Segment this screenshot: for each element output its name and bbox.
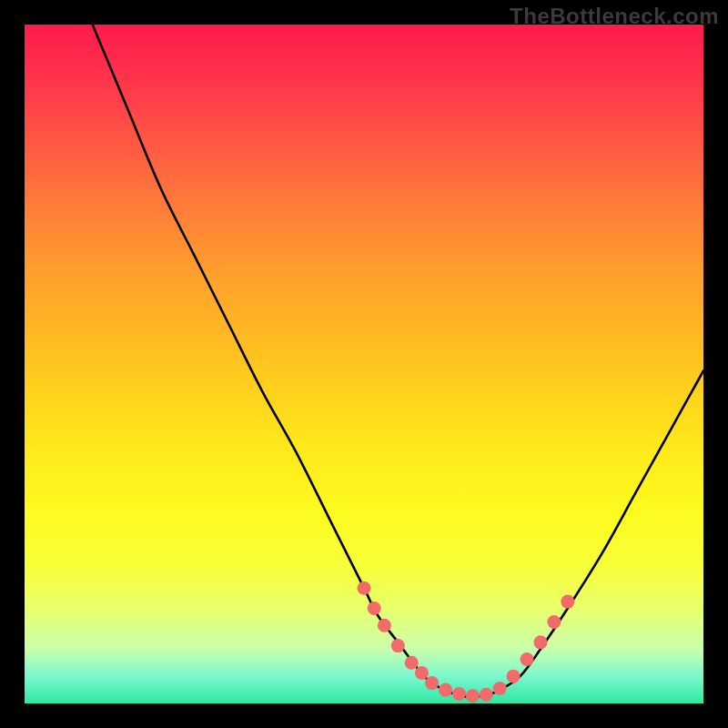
marker-dot — [425, 676, 439, 690]
marker-dot — [561, 595, 574, 609]
marker-dot — [480, 688, 493, 702]
marker-dot — [368, 602, 381, 615]
marker-dot — [439, 683, 452, 697]
marker-dot — [452, 687, 466, 701]
marker-dot — [466, 689, 480, 703]
bottleneck-curve — [93, 25, 703, 697]
marker-dot — [415, 666, 429, 680]
marker-dot — [493, 682, 507, 695]
watermark-text: TheBottleneck.com — [510, 4, 719, 29]
marker-dot — [358, 581, 371, 595]
marker-dot — [521, 652, 534, 666]
marker-dot — [507, 670, 521, 683]
marker-dot — [378, 619, 391, 632]
curve-svg — [25, 25, 703, 703]
plot-area — [25, 25, 703, 703]
chart-frame: TheBottleneck.com — [0, 0, 728, 728]
marker-dots — [358, 581, 575, 703]
marker-dot — [405, 656, 419, 670]
marker-dot — [533, 635, 547, 649]
marker-dot — [391, 639, 405, 652]
marker-dot — [547, 615, 561, 629]
